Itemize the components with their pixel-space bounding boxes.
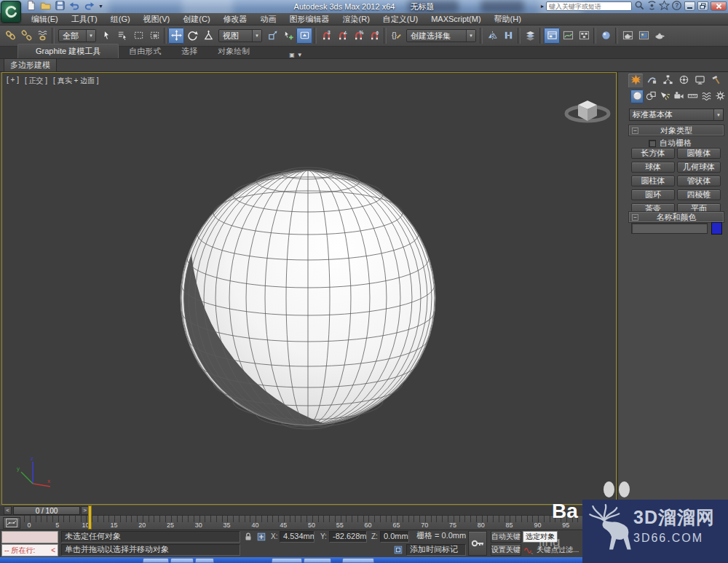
add-time-tag[interactable]: 添加时间标记 (406, 544, 466, 556)
open-mini-curve-editor-button[interactable] (3, 517, 20, 529)
z-coordinate-field[interactable]: 0.0mm (380, 531, 409, 543)
panel-tab-hierarchy[interactable] (660, 74, 675, 87)
layer-manager-button[interactable] (522, 28, 538, 44)
rectangular-selection-region-button[interactable] (130, 28, 146, 44)
current-frame-marker[interactable] (88, 505, 92, 529)
viewport-shading-menu[interactable]: [ 真实 + 边面 ] (53, 76, 99, 86)
auto-key-button[interactable]: 自动关键点 (491, 531, 521, 543)
communication-center-button[interactable] (646, 1, 657, 12)
angle-snap-toggle-button[interactable] (334, 28, 350, 44)
snap-toggle-3d-button[interactable]: 3 (318, 28, 334, 44)
object-color-swatch[interactable] (711, 222, 722, 235)
material-editor-button[interactable] (598, 28, 614, 44)
schematic-view-button[interactable] (576, 28, 592, 44)
name-color-rollout[interactable]: − 名称和颜色 (629, 212, 724, 222)
save-file-button[interactable] (54, 1, 66, 12)
panel-tab-modify[interactable] (644, 74, 659, 87)
render-production-button[interactable] (652, 28, 668, 44)
select-and-move-button[interactable] (168, 28, 184, 44)
create-category-lights[interactable] (658, 90, 671, 103)
create-category-systems[interactable] (713, 90, 727, 103)
graphite-ribbon-toggle-button[interactable] (544, 28, 560, 44)
panel-tab-display[interactable] (692, 74, 707, 87)
ribbon-tab-selection[interactable]: 选择 (171, 44, 207, 58)
mirror-button[interactable] (484, 28, 500, 44)
undo-button[interactable] (68, 1, 81, 12)
menu-modifiers[interactable]: 修改器 (217, 13, 254, 25)
minimize-button[interactable] (684, 1, 695, 11)
open-file-button[interactable] (39, 1, 52, 12)
object-name-field[interactable] (631, 223, 708, 234)
maxscript-macro-recorder[interactable] (1, 531, 58, 543)
search-flyout-caret-icon[interactable]: ▸ (541, 3, 544, 9)
redo-button[interactable] (83, 1, 95, 12)
new-scene-button[interactable] (25, 1, 37, 12)
favorites-button[interactable] (659, 1, 670, 12)
use-pivot-point-center-button[interactable] (264, 28, 280, 44)
object-button-tube[interactable]: 管状体 (677, 176, 721, 186)
taskbar-window-button[interactable] (304, 558, 331, 563)
select-and-scale-button[interactable] (200, 28, 216, 44)
object-button-box[interactable]: 长方体 (631, 148, 675, 159)
search-button[interactable] (634, 1, 645, 12)
object-button-pyramid[interactable]: 四棱锥 (677, 189, 721, 200)
previous-frame-button[interactable]: < (4, 506, 12, 515)
spinner-snap-toggle-button[interactable] (366, 28, 382, 44)
taskbar-window-button[interactable] (342, 558, 374, 563)
x-coordinate-field[interactable]: 4.534mm (280, 531, 314, 543)
menu-views[interactable]: 视图(V) (137, 13, 177, 25)
viewcube[interactable] (563, 92, 614, 128)
selection-lock-icon[interactable] (243, 532, 253, 543)
percent-snap-toggle-button[interactable]: % (350, 28, 366, 44)
menu-animation[interactable]: 动画 (254, 13, 283, 25)
autogrid-checkbox[interactable] (649, 140, 656, 147)
curve-editor-button[interactable] (560, 28, 576, 44)
menu-tools[interactable]: 工具(T) (65, 13, 104, 25)
set-key-button[interactable]: 设置关键点 (491, 544, 521, 556)
absolute-offset-mode-icon[interactable] (256, 532, 266, 543)
category-dropdown[interactable]: 标准基本体 ▼ (629, 109, 724, 121)
set-keys-button[interactable] (468, 531, 487, 556)
select-and-manipulate-button[interactable] (280, 28, 296, 44)
maxscript-mini-listener[interactable]: -- 所在行: < (1, 544, 58, 556)
menu-create[interactable]: 创建(C) (176, 13, 216, 25)
taskbar-window-button[interactable] (195, 558, 214, 563)
object-type-rollout[interactable]: − 对象类型 (629, 125, 724, 135)
create-category-helpers[interactable] (686, 90, 699, 103)
select-object-button[interactable] (98, 28, 114, 44)
ribbon-tab-object-paint[interactable]: 对象绘制 (207, 44, 260, 58)
ribbon-panel-polygon-modeling[interactable]: 多边形建模 (4, 58, 57, 72)
rendered-frame-window-button[interactable] (636, 28, 652, 44)
help-button[interactable]: ? (671, 1, 682, 12)
create-category-geometry[interactable] (630, 90, 644, 103)
unlink-selection-button[interactable] (18, 28, 34, 44)
viewport-pov-menu[interactable]: [ 正交 ] (25, 76, 47, 86)
window-crossing-toggle-button[interactable] (146, 28, 162, 44)
named-selection-sets-dropdown[interactable]: 创建选择集▼ (406, 29, 476, 42)
ribbon-tab-freeform[interactable]: 自由形式 (119, 44, 171, 58)
menu-help[interactable]: 帮助(H) (488, 13, 528, 25)
y-coordinate-field[interactable]: -82.628mm (329, 531, 367, 543)
keyboard-shortcut-override-toggle-button[interactable] (296, 28, 312, 44)
panel-tab-motion[interactable] (676, 74, 691, 87)
create-category-cameras[interactable] (672, 90, 685, 103)
align-button[interactable] (500, 28, 516, 44)
viewport-general-menu[interactable]: [ + ] (7, 76, 19, 86)
app-menu-button[interactable] (1, 1, 21, 23)
menu-customize[interactable]: 自定义(U) (376, 13, 424, 25)
object-button-sphere[interactable]: 球体 (631, 162, 675, 173)
menu-group[interactable]: 组(G) (104, 13, 137, 25)
restore-button[interactable] (697, 1, 708, 11)
menu-graph-editors[interactable]: 图形编辑器 (283, 13, 336, 25)
menu-maxscript[interactable]: MAXScript(M) (424, 14, 487, 24)
menu-rendering[interactable]: 渲染(R) (336, 13, 376, 25)
taskbar-window-button[interactable] (170, 558, 194, 563)
taskbar-window-button[interactable] (143, 558, 169, 563)
object-button-torus[interactable]: 圆环 (631, 189, 675, 200)
time-slider-handle[interactable]: 0 / 100 (13, 506, 80, 515)
object-button-cylinder[interactable]: 圆柱体 (631, 176, 675, 186)
object-button-geosphere[interactable]: 几何球体 (677, 162, 721, 173)
create-category-shapes[interactable] (644, 90, 657, 103)
ribbon-minimize-button[interactable]: ▣▼ (289, 52, 302, 58)
reference-coordinate-system-dropdown[interactable]: 视图▼ (218, 29, 262, 42)
